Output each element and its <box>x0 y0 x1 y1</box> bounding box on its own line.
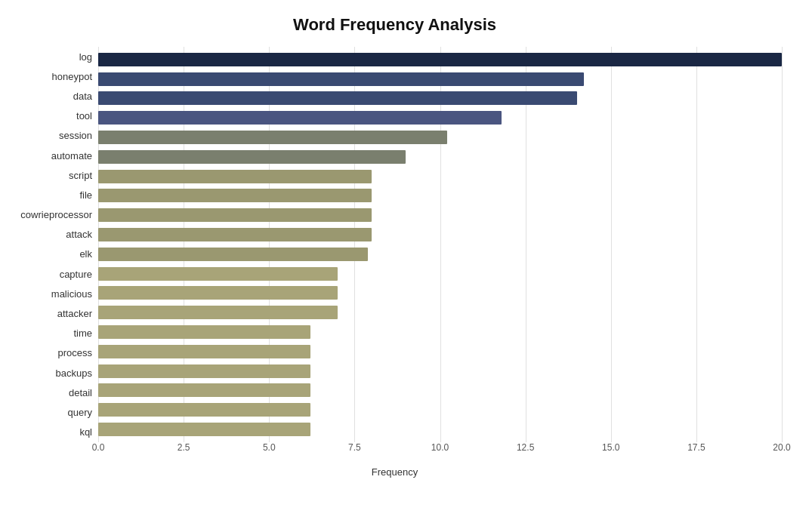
bar-attacker <box>98 306 338 319</box>
y-label-tool: tool <box>8 107 92 125</box>
bar-query <box>98 403 310 417</box>
x-tick-6: 15.0 <box>602 442 619 453</box>
y-label-query: query <box>8 403 92 421</box>
bar-elk <box>98 248 368 261</box>
bar-row-session <box>98 129 782 146</box>
y-label-detail: detail <box>8 383 92 401</box>
bar-row-attack <box>98 226 782 243</box>
bar-row-malicious <box>98 284 782 301</box>
y-label-file: file <box>8 186 92 204</box>
y-label-attack: attack <box>8 226 92 244</box>
bar-row-query <box>98 401 782 418</box>
y-label-session: session <box>8 127 92 145</box>
bar-row-attacker <box>98 304 782 321</box>
x-axis-title: Frequency <box>8 466 782 478</box>
bar-row-script <box>98 168 782 185</box>
bar-row-process <box>98 343 782 360</box>
bar-row-cowrieprocessor <box>98 207 782 223</box>
y-label-automate: automate <box>8 146 92 165</box>
x-tick-7: 17.5 <box>687 442 705 453</box>
bar-row-capture <box>98 266 782 282</box>
grid-line-8 <box>782 47 783 442</box>
bar-row-data <box>98 90 782 106</box>
bar-row-log <box>98 51 782 68</box>
bar-row-kql <box>98 421 782 438</box>
bar-malicious <box>98 286 338 300</box>
bars-area <box>98 47 782 442</box>
bar-row-tool <box>98 109 782 126</box>
bar-row-elk <box>98 246 782 263</box>
y-label-honeypot: honeypot <box>8 67 92 85</box>
y-label-kql: kql <box>8 423 92 441</box>
bar-row-honeypot <box>98 71 782 88</box>
bar-honeypot <box>98 72 584 86</box>
y-label-time: time <box>8 324 92 343</box>
bar-log <box>98 53 782 66</box>
bar-process <box>98 345 310 358</box>
bar-time <box>98 325 310 339</box>
bar-capture <box>98 267 338 281</box>
bar-row-file <box>98 187 782 204</box>
x-tick-4: 10.0 <box>431 442 449 453</box>
bar-row-detail <box>98 382 782 398</box>
bar-script <box>98 170 372 183</box>
bar-file <box>98 189 372 202</box>
y-label-script: script <box>8 166 92 184</box>
bar-data <box>98 91 577 105</box>
y-label-data: data <box>8 87 92 105</box>
y-axis-labels: loghoneypotdatatoolsessionautomatescript… <box>8 47 98 442</box>
bar-detail <box>98 383 310 397</box>
y-label-cowrieprocessor: cowrieprocessor <box>8 206 92 224</box>
x-tick-8: 20.0 <box>773 442 790 453</box>
x-tick-2: 5.0 <box>263 442 276 453</box>
y-label-backups: backups <box>8 364 92 382</box>
y-label-capture: capture <box>8 265 92 283</box>
x-tick-5: 12.5 <box>517 442 534 453</box>
bar-session <box>98 131 447 144</box>
x-tick-3: 7.5 <box>348 442 361 453</box>
y-label-malicious: malicious <box>8 284 92 303</box>
bar-backups <box>98 364 310 378</box>
y-label-elk: elk <box>8 245 92 263</box>
bar-cowrieprocessor <box>98 208 372 222</box>
x-tick-1: 2.5 <box>178 442 190 453</box>
bar-automate <box>98 150 406 164</box>
chart-container: Word Frequency Analysis loghoneypotdatat… <box>0 0 812 529</box>
bar-row-backups <box>98 363 782 380</box>
bar-kql <box>98 423 310 436</box>
chart-title: Word Frequency Analysis <box>8 15 782 35</box>
y-label-log: log <box>8 48 92 66</box>
bar-row-time <box>98 324 782 340</box>
bar-attack <box>98 228 372 241</box>
y-label-attacker: attacker <box>8 305 92 323</box>
x-tick-0: 0.0 <box>92 442 105 453</box>
bar-tool <box>98 111 502 125</box>
y-label-process: process <box>8 344 92 362</box>
bar-row-automate <box>98 149 782 165</box>
